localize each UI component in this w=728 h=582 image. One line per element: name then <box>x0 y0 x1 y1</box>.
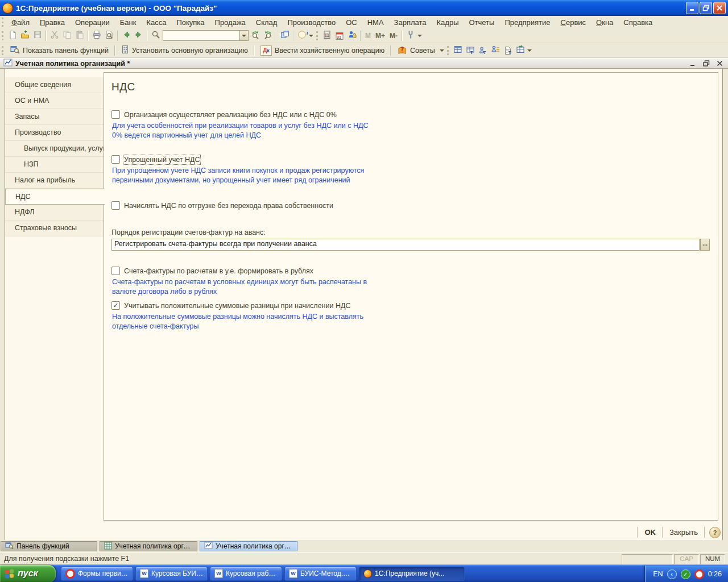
set-main-organization-button[interactable]: Установить основную организацию <box>117 44 252 57</box>
menu-hr[interactable]: Кадры <box>432 17 464 28</box>
close-button[interactable] <box>713 2 726 14</box>
antivirus-check-icon[interactable]: ✓ <box>681 569 690 579</box>
language-indicator[interactable]: EN <box>653 570 663 578</box>
menu-file[interactable]: Файл <box>6 17 35 28</box>
menu-salary[interactable]: Зарплата <box>389 17 432 28</box>
task-opera-document[interactable]: Формы первичной у... <box>61 567 133 581</box>
open-windows-button[interactable] <box>279 30 291 42</box>
service-dropdown-caret[interactable] <box>417 35 422 39</box>
cut-button[interactable] <box>48 30 61 42</box>
tab-function-panel[interactable]: Панель функций <box>1 541 97 551</box>
menu-windows[interactable]: Окна <box>591 17 618 28</box>
back-button[interactable] <box>120 30 133 42</box>
toolbar-grip[interactable] <box>2 46 3 55</box>
task-word-document-2[interactable]: W Курсовая работа-Го... <box>210 567 282 581</box>
invoice-registration-more-button[interactable]: ... <box>700 239 710 251</box>
sidebar-item-production[interactable]: Производство <box>5 125 104 141</box>
memory-recall-button[interactable]: M <box>363 32 373 40</box>
calculator-button[interactable] <box>321 30 333 42</box>
task-word-document-3[interactable]: W БУИС-Метод.по кур... <box>284 567 357 581</box>
memory-minus-button[interactable]: M- <box>387 32 400 40</box>
checkbox-label[interactable]: Счета-фактуры по расчетам в у.е. формиро… <box>124 267 313 275</box>
sidebar-item-profit-tax[interactable]: Налог на прибыль <box>5 173 104 189</box>
doc-restore-button[interactable] <box>701 59 712 68</box>
sidebar-item-insurance[interactable]: Страховые взносы <box>5 221 104 236</box>
forward-button[interactable] <box>133 30 145 42</box>
sidebar-item-stocks[interactable]: Запасы <box>5 109 104 125</box>
table-transfer-button[interactable] <box>514 44 527 57</box>
tab-accounting-policy-list[interactable]: Учетная политика организ... <box>100 541 197 551</box>
sidebar-item-ndfl[interactable]: НДФЛ <box>5 205 104 221</box>
info-button[interactable]: i <box>296 30 308 42</box>
minimize-button[interactable] <box>686 2 698 14</box>
help-button[interactable]: ? <box>709 527 721 538</box>
toolbar-grip[interactable] <box>447 46 449 55</box>
ok-button[interactable]: OK <box>642 528 658 537</box>
simplified-vat-checkbox[interactable] <box>111 155 120 164</box>
memory-plus-button[interactable]: M+ <box>373 32 387 40</box>
show-function-panel-button[interactable]: Показать панель функций <box>6 44 113 57</box>
sidebar-item-output[interactable]: Выпуск продукции, услуг <box>5 141 104 157</box>
menu-enterprise[interactable]: Предприятие <box>499 17 555 28</box>
sidebar-item-general[interactable]: Общие сведения <box>5 77 104 93</box>
menu-operations[interactable]: Операции <box>70 17 115 28</box>
paste-button[interactable] <box>73 30 86 42</box>
doc-close-button[interactable] <box>714 59 725 68</box>
table-sum-button[interactable] <box>452 44 464 57</box>
toolbar-grip[interactable] <box>2 18 3 27</box>
checkbox-label[interactable]: Упрощенный учет НДС <box>124 156 200 164</box>
new-document-button[interactable] <box>6 30 19 42</box>
close-window-button[interactable]: Закрыть <box>667 528 700 537</box>
invoice-registration-value[interactable]: Регистрировать счета-фактуры всегда при … <box>111 239 700 251</box>
find-next-button[interactable] <box>249 30 262 42</box>
opera-tray-icon[interactable] <box>694 569 704 579</box>
menu-cashdesk[interactable]: Касса <box>141 17 171 28</box>
toolbar-grip[interactable] <box>316 31 318 40</box>
checkbox-label[interactable]: Учитывать положительные суммовые разницы… <box>124 302 350 310</box>
start-button[interactable]: пуск <box>0 565 56 582</box>
tips-button[interactable]: ? Советы <box>393 44 439 57</box>
person-list-button[interactable] <box>489 44 502 57</box>
checkbox-label[interactable]: Начислять НДС по отгрузке без перехода п… <box>124 202 333 210</box>
tips-dropdown-caret[interactable] <box>440 49 444 54</box>
task-1c-enterprise[interactable]: 1С:Предприятие (уч... <box>359 567 465 581</box>
save-button[interactable] <box>31 30 44 42</box>
find-button[interactable] <box>150 30 162 42</box>
menu-bank[interactable]: Банк <box>115 17 142 28</box>
invoices-in-rubles-checkbox[interactable] <box>111 267 120 275</box>
search-input[interactable] <box>163 30 240 41</box>
menu-reports[interactable]: Отчеты <box>464 17 499 28</box>
table-t-button[interactable]: Т <box>464 44 477 57</box>
person-t-button[interactable]: Т <box>477 44 489 57</box>
doc-minimize-button[interactable] <box>688 59 698 68</box>
copy-button[interactable] <box>61 30 73 42</box>
menu-help[interactable]: Справка <box>618 17 657 28</box>
menu-warehouse[interactable]: Склад <box>251 17 283 28</box>
menu-nma[interactable]: НМА <box>362 17 389 28</box>
user-access-button[interactable] <box>346 30 358 42</box>
calendar-button[interactable]: 31 <box>333 30 346 42</box>
info-dropdown-caret[interactable] <box>309 35 313 39</box>
open-document-button[interactable] <box>19 30 31 42</box>
menu-edit[interactable]: Правка <box>35 17 70 28</box>
menu-service[interactable]: Сервис <box>556 17 592 28</box>
tables-dropdown-caret[interactable] <box>527 49 532 54</box>
enter-business-operation-button[interactable]: Дк Ввести хозяйственную операцию <box>257 44 388 57</box>
menu-os[interactable]: ОС <box>341 17 362 28</box>
menu-purchase[interactable]: Покупка <box>171 17 209 28</box>
menu-sale[interactable]: Продажа <box>210 17 251 28</box>
sidebar-item-nds[interactable]: НДС <box>5 189 105 205</box>
hide-icons-icon[interactable]: ‹ <box>667 569 677 579</box>
search-dropdown-button[interactable] <box>240 30 249 41</box>
restore-button[interactable] <box>700 2 712 14</box>
menu-production[interactable]: Производство <box>282 17 341 28</box>
toolbar-grip[interactable] <box>2 31 3 40</box>
document-t-button[interactable]: Т <box>502 44 514 57</box>
task-word-document-1[interactable]: W Курсовая БУИС -Луп... <box>135 567 208 581</box>
find-previous-button[interactable] <box>262 30 274 42</box>
no-vat-checkbox[interactable] <box>111 110 120 119</box>
sidebar-item-nzp[interactable]: НЗП <box>5 157 104 173</box>
checkbox-label[interactable]: Организация осуществляет реализацию без … <box>124 111 337 119</box>
vat-on-shipment-checkbox[interactable] <box>111 201 120 210</box>
sidebar-item-os-nma[interactable]: ОС и НМА <box>5 93 104 109</box>
